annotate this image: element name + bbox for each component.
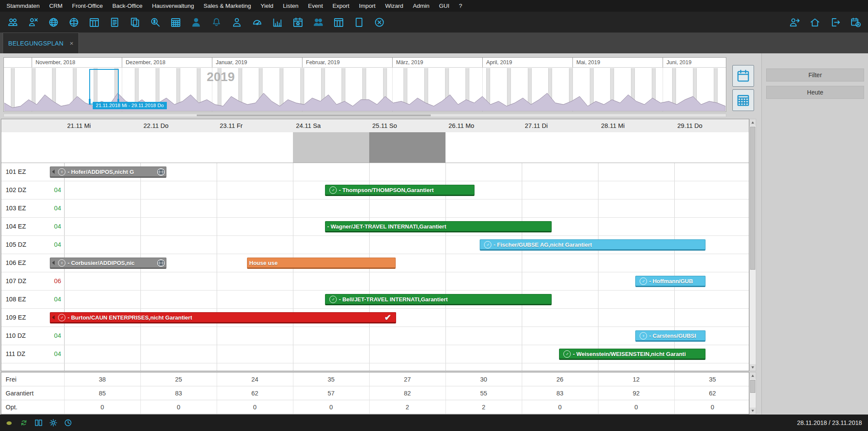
hotel-status-icon[interactable] [808,16,821,29]
departure-icon[interactable] [829,16,842,29]
summary-value: 55 [445,390,522,397]
summary-row: Garantiert858362578255839262 [1,386,749,400]
menu-item-item[interactable]: ? [454,0,467,12]
reservation-bar[interactable]: ♀- Corbusier/ADDIPOS,nic [50,258,166,269]
room-count: 04 [45,350,61,357]
summary-label: Garantiert [6,390,33,397]
summary-value: 24 [217,376,293,383]
timeline-scrollbar[interactable] [3,114,726,117]
room-number: 105 DZ [6,241,26,248]
scrollbar-thumb[interactable] [750,127,755,270]
yield-gauge-icon[interactable] [250,16,263,29]
internet-icon[interactable] [67,16,80,29]
reservation-bar[interactable]: ♀- Hofer/ADDIPOS,nicht G [50,167,166,178]
right-side-panel: Filter Heute [761,53,868,415]
summary-scrollbar-thumb[interactable] [750,380,755,393]
refresh-time-icon[interactable] [63,418,73,428]
main-toolbar [0,12,868,33]
occupancy-plan-icon[interactable] [332,16,345,29]
reservation-bar[interactable]: House use [247,258,396,269]
guest-icon[interactable] [230,16,243,29]
room-count: 04 [45,223,61,230]
menu-item-gui[interactable]: GUI [434,0,454,12]
menu-item-listen[interactable]: Listen [278,0,303,12]
menu-item-hausverwaltung[interactable]: Hausverwaltung [147,0,199,12]
reservation-bar[interactable]: ♂- Hoffmann/GUB [635,276,705,287]
scroll-up-arrow[interactable] [750,119,756,126]
reservation-bar[interactable]: ♂- Burton/CAUN ENTERPRISES,nicht Garanti… [50,312,396,323]
rate-calendar-icon[interactable] [88,16,101,29]
event-calendar-icon[interactable] [291,16,304,29]
summary-label: Opt. [6,404,17,411]
reservation-bar[interactable]: ♂- Weisenstein/WEISENSTEIN,nicht Garanti [559,349,705,360]
guests-icon[interactable] [6,16,19,29]
arrival-icon[interactable] [788,16,801,29]
gender-male-icon: ♂ [58,314,65,321]
settings-icon[interactable] [49,418,58,428]
copy-list-icon[interactable] [128,16,141,29]
new-document-icon[interactable] [352,16,365,29]
group-reservation-icon[interactable] [312,16,325,29]
summary-scroll-down-arrow[interactable] [750,408,756,414]
month-tick [663,58,663,67]
continues-left-arrow [52,261,55,265]
summary-scroll-up-arrow[interactable] [750,372,756,379]
session-indicator-icon[interactable] [4,418,14,428]
summary-value: 0 [64,404,140,411]
reservation-bar[interactable]: ♀- Carstens/GUBSI [635,330,705,342]
room-number: 109 EZ [6,314,26,321]
schedule-icon[interactable] [849,16,862,29]
continues-left-arrow [52,170,55,174]
calendar-month-view-button[interactable] [732,89,754,111]
layout-columns-icon[interactable] [34,418,43,428]
summary-row: Opt.000022000 [1,400,749,414]
summary-value: 25 [140,376,217,383]
vertical-scrollbar[interactable] [749,119,756,371]
revenue-search-icon[interactable] [149,16,162,29]
reservation-bar[interactable]: ♂- Fischer/GUBSE AG,nicht Garantiert [480,239,705,251]
reservation-label: - Carstens/GUBSI [649,333,696,339]
reservation-bar[interactable]: ♂- Bell/JET-TRAVEL INTERNATI,Garantiert [325,294,552,305]
billing-calendar-icon[interactable] [169,16,182,29]
menu-item-back-office[interactable]: Back-Office [107,0,147,12]
close-all-icon[interactable] [373,16,386,29]
filter-button[interactable]: Filter [766,69,864,82]
room-count: 04 [45,186,61,193]
menu-item-event[interactable]: Event [303,0,328,12]
globe-icon[interactable] [47,16,60,29]
menu-item-admin[interactable]: Admin [408,0,434,12]
today-button[interactable]: Heute [766,86,864,99]
reservation-bar[interactable]: ♂- Thompson/THOMPSON,Garantiert [325,185,475,196]
menu-item-crm[interactable]: CRM [45,0,68,12]
statusbar-date-range: 28.11.2018 / 23.11.2018 [797,419,868,426]
room-count: 06 [45,278,61,284]
belegungsplan-window: StammdatenCRMFront-OfficeBack-OfficeHaus… [0,0,868,431]
date-range-selection[interactable] [89,69,119,104]
room-number: 108 EZ [6,296,26,303]
menu-item-wizard[interactable]: Wizard [380,0,408,12]
scroll-down-arrow[interactable] [750,364,756,371]
profile-icon[interactable] [189,16,202,29]
menu-item-front-office[interactable]: Front-Office [67,0,107,12]
calendar-day-view-button[interactable] [732,65,754,87]
summary-value: 83 [140,390,217,397]
unassigned-band [1,132,749,163]
timeline-scrollbar-thumb[interactable] [197,114,431,116]
menu-item-sales-marketing[interactable]: Sales & Marketing [199,0,256,12]
menu-item-export[interactable]: Export [328,0,354,12]
reservation-bar[interactable]: - Wagner/JET-TRAVEL INTERNATI,Garantiert [325,221,552,232]
menu-item-stammdaten[interactable]: Stammdaten [2,0,45,12]
sync-icon[interactable] [19,418,29,428]
housekeeping-icon[interactable] [210,16,223,29]
tab-close-icon[interactable]: × [70,39,74,47]
statistics-icon[interactable] [271,16,284,29]
tab-belegungsplan[interactable]: BELEGUNGSPLAN × [3,33,79,53]
summary-value: 30 [445,376,522,383]
menu-item-import[interactable]: Import [354,0,380,12]
services-icon[interactable] [26,16,39,29]
summary-scrollbar[interactable] [749,372,756,415]
selection-range-badge: 21.11.2018 Mi - 29.11.2018 Do [93,102,167,109]
menu-item-yield[interactable]: Yield [256,0,278,12]
report-icon[interactable] [108,16,121,29]
timeline-strip[interactable]: 2019 21.11.2018 Mi - 29.11.2018 Do Novem… [3,57,726,112]
